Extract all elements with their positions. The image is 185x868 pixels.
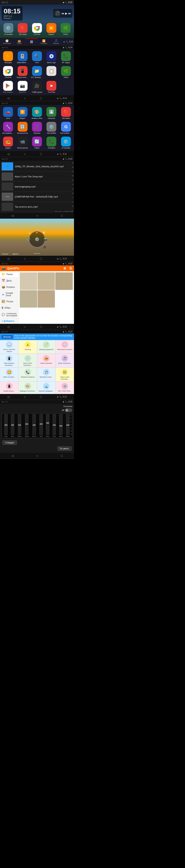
home-btn-4[interactable]: ○ [36,214,38,217]
home-btn-7[interactable]: ○ [24,395,26,399]
app-video[interactable]: ▶️ Видео [45,22,58,36]
eq-slider-9[interactable] [60,425,62,427]
eq-slider-2[interactable] [11,425,14,426]
app-playmarket[interactable]: Play Маркет [1,80,15,94]
video-item-1[interactable]: 🎵 1080p_TP_Wonder_Girls_Nobody_kbs2HD.mp… [1,161,73,172]
app-zastarka[interactable]: 🔴 Заставка [16,22,30,36]
qp-item-500px[interactable]: 5 500px [0,305,18,311]
photo-3[interactable] [55,272,73,290]
app-ustanovki[interactable]: ⚙️ Установки [2,22,15,36]
qp-item-gdrive[interactable]: ▲ Google Drive [0,290,18,298]
app-btaudio[interactable]: 📞 BT Аудио [59,51,73,64]
app-video2[interactable]: ▶️ Видео [15,106,29,120]
qp-item-papki[interactable]: 📁 Папки [0,271,18,278]
manual-cell-warning[interactable]: ⚠️ Warning [18,340,37,354]
eq-bar-6[interactable] [39,414,43,435]
manual-cell-dynamic[interactable]: 🌊 Dynamic wallpaper... [37,382,56,394]
app-downloads[interactable]: ⬇️ Загрузки [45,106,58,120]
nav-tab-radio[interactable]: 📻 Радио [13,38,26,44]
recents-btn-7[interactable]: □ [40,395,42,399]
app-zastarka2[interactable]: 🔴 Заставка [59,106,73,120]
app-aux[interactable]: 🔌 AUX [30,51,44,64]
app-avto[interactable]: 🚗 Авто [1,106,15,120]
qp-item-picasa[interactable]: 🖼️ Picasa [0,298,18,305]
app-youtube[interactable]: YouTube [45,80,58,94]
app-chrome2[interactable]: Chrome [1,65,15,79]
eq-slider-1[interactable] [4,425,7,426]
nav-tab-phone[interactable]: 📶 Телефон [38,38,50,44]
app-install[interactable]: ⚙️ Установки [59,136,73,150]
manual-cell-bluetooth[interactable]: 🎵 Bluetooth music... [37,368,56,381]
app-phone[interactable]: 📞 Телефон [45,136,58,150]
app-chrome[interactable]: Chrome [30,22,44,36]
manual-cell-music[interactable]: 🎵 Music functional... [56,354,74,367]
eq-bar-10[interactable] [66,414,70,435]
manual-cell-howtoread[interactable]: 📖 How to read this manual [0,340,18,354]
nav-tab-home[interactable]: ⊞ [25,38,38,44]
eq-slider-8[interactable] [53,425,56,426]
volume-icon[interactable]: 🔊 [27,238,30,241]
app-funkcii[interactable]: 🔶 Функции [1,51,15,64]
back-btn-8[interactable]: ◁ [11,454,13,457]
recents-btn-6[interactable]: □ [40,325,42,328]
app-instructions[interactable]: 📋 Instructions [45,65,58,79]
eq-slider-4[interactable] [25,424,28,425]
qp-item-dropbox[interactable]: 📦 Dropbox [0,284,18,290]
video-item-2[interactable]: Arjun I Love This Song.mp4 [1,172,73,182]
app-eq[interactable]: 🎚️ Эквалайзер а [15,51,29,64]
center-settings-icon[interactable]: ⚙️ [35,237,39,242]
manual-cell-set[interactable]: ⚙️ SET FUNCTION... [56,382,74,394]
home-btn-8[interactable]: ○ [36,454,38,457]
photo-2[interactable] [38,272,55,290]
recents-btn-8[interactable]: □ [61,454,63,457]
eq-slider-5[interactable] [33,425,36,426]
app-es[interactable]: 📁 ES Проводник [30,65,44,79]
recents-btn-3[interactable]: □ [40,152,42,156]
app-settings-go[interactable]: G Настройки Go [59,121,73,135]
app-oboi2[interactable]: 🌿 Обои [59,65,73,79]
app-music[interactable]: 🎵 Музыка [30,121,44,135]
manual-cell-cleaning[interactable]: 🧹 cleaning equipment [37,340,56,354]
nav-tab-music[interactable]: 🎵 Музыка [50,38,62,44]
qp-item-messages[interactable]: 💬 Сообщения фотографий [0,311,18,318]
video-item-4[interactable]: A Pink [1080P.MP4]A Pink - NoNoNo(官方版).m… [1,192,73,202]
back-btn-3[interactable]: ◁ [7,152,9,156]
eq-slider-3[interactable] [18,425,21,426]
manual-cell-radio[interactable]: 📻 Radio operation [37,354,56,367]
play-icon[interactable]: ▶ [65,12,67,15]
photo-5[interactable] [38,290,55,308]
app-easyconnect[interactable]: 📱 EasyConnectio [15,65,29,79]
app-bootlogo[interactable]: 💿 Boot Logo [45,51,58,64]
manual-cell-video[interactable]: ▶️ Video Function... [0,368,18,381]
manual-cell-bootlogo[interactable]: 💿 Boot LOGO functional... [18,354,37,367]
manual-cell-main[interactable]: 📱 Main interface functional... [0,354,18,367]
back-btn-5[interactable]: ◁ [7,257,9,260]
eq-toggle-switch[interactable] [65,408,72,412]
qp-item-add[interactable]: + Добавить [0,318,18,324]
home-btn-6[interactable]: ○ [24,325,26,328]
back-btn-4[interactable]: ◁ [11,214,13,217]
music-controls[interactable]: ⏮ ▶ ⏭ [62,12,71,15]
app-recorder[interactable]: 📹 Регистратор [15,136,29,150]
back-btn-2[interactable]: ◁ [7,96,9,100]
eq-bar-2[interactable] [11,414,14,435]
delete-icon[interactable]: 🗑 [43,231,45,234]
manual-cell-telephony[interactable]: 📞 Telephony features [18,368,37,381]
back-btn-6[interactable]: ◁ [7,325,9,328]
eq-bar-8[interactable] [52,414,56,435]
eq-poumo-button[interactable]: По умолч. [58,446,72,451]
app-calc[interactable]: 🔢 Калькулятор [15,121,29,135]
eq-slider-6[interactable] [40,424,43,425]
eq-bar-3[interactable] [18,414,21,435]
manual-cell-figure[interactable]: 🖼️ Figure quick browsing... [56,368,74,381]
recents-btn-4[interactable]: □ [61,214,63,217]
eq-bar-1[interactable] [4,414,8,435]
app-settings[interactable]: ⚙️ Настройки [45,121,58,135]
app-livewall[interactable]: 🎨 Живые обои [30,106,44,120]
undo-icon[interactable]: ↩ [36,231,38,234]
camera-icon[interactable]: 📷 [44,238,47,241]
eq-bar-5[interactable] [33,414,36,435]
home-btn-5[interactable]: ○ [24,257,26,260]
quickpic-grid-icon[interactable]: ⊞ [64,267,66,270]
video-ctrl-icon[interactable]: 🎥 [43,246,46,249]
